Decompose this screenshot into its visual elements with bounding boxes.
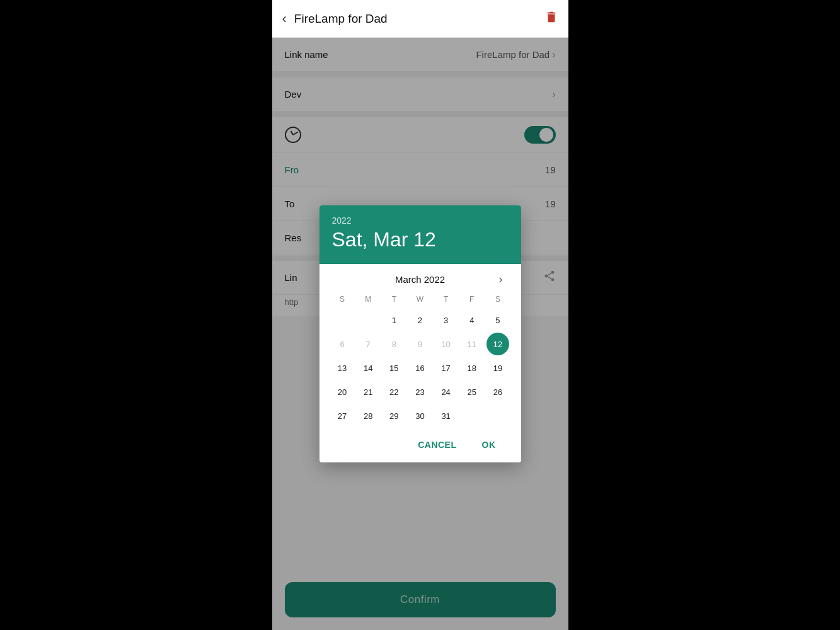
calendar-next-button[interactable]: › — [491, 270, 511, 290]
calendar-header: 2022 Sat, Mar 12 — [319, 205, 521, 264]
phone-screen: ‹ FireLamp for Dad Link name FireLamp fo… — [272, 0, 568, 630]
cal-day-23[interactable]: 23 — [408, 381, 431, 403]
cal-day-27[interactable]: 27 — [331, 404, 354, 427]
dialog-overlay: 2022 Sat, Mar 12 March 2022 › S M T W T — [272, 38, 568, 630]
calendar-month-nav: March 2022 › — [330, 269, 511, 292]
ok-button[interactable]: OK — [472, 435, 506, 455]
weekday-mon: M — [355, 292, 381, 306]
weekday-tue: T — [381, 292, 407, 306]
calendar-body: March 2022 › S M T W T F S — [319, 264, 521, 462]
cal-day-18[interactable]: 18 — [461, 357, 483, 379]
cal-day-28[interactable]: 28 — [357, 404, 379, 427]
cal-day-empty — [357, 309, 379, 331]
cal-day-11[interactable]: 11 — [461, 333, 483, 355]
calendar-month-label: March 2022 — [395, 274, 445, 285]
cal-day-3[interactable]: 3 — [435, 309, 457, 331]
cal-day-26[interactable]: 26 — [486, 381, 509, 403]
cal-day-29[interactable]: 29 — [383, 404, 405, 427]
cal-day-14[interactable]: 14 — [357, 357, 379, 379]
cal-day-17[interactable]: 17 — [435, 357, 457, 379]
cal-day-16[interactable]: 16 — [408, 357, 431, 379]
cal-day-31[interactable]: 31 — [435, 404, 457, 427]
cal-day-22[interactable]: 22 — [383, 381, 405, 403]
cal-day-30[interactable]: 30 — [408, 404, 431, 427]
cal-day-19[interactable]: 19 — [486, 357, 509, 379]
cal-day-13[interactable]: 13 — [331, 357, 354, 379]
calendar-actions: CANCEL OK — [330, 427, 511, 460]
cal-day-20[interactable]: 20 — [331, 381, 354, 403]
cal-day-2[interactable]: 2 — [408, 309, 431, 331]
back-button[interactable]: ‹ — [282, 11, 287, 27]
cal-day-4[interactable]: 4 — [461, 309, 483, 331]
delete-button[interactable] — [544, 10, 558, 27]
cal-day-10[interactable]: 10 — [435, 333, 457, 355]
cal-day-empty — [461, 404, 483, 427]
cal-day-25[interactable]: 25 — [461, 381, 483, 403]
cal-day-7[interactable]: 7 — [357, 333, 379, 355]
calendar-year: 2022 — [332, 215, 509, 226]
app-bar: ‹ FireLamp for Dad — [272, 0, 568, 38]
calendar-dialog: 2022 Sat, Mar 12 March 2022 › S M T W T — [319, 205, 521, 462]
calendar-days: 1 2 3 4 5 6 7 8 9 10 11 12 13 — [330, 309, 511, 427]
content-area: Link name FireLamp for Dad › Dev › — [272, 38, 568, 630]
app-bar-title: FireLamp for Dad — [294, 12, 544, 26]
cal-day-24[interactable]: 24 — [435, 381, 457, 403]
cal-day-9[interactable]: 9 — [408, 333, 431, 355]
cal-day-empty — [331, 309, 354, 331]
cal-day-5[interactable]: 5 — [486, 309, 509, 331]
calendar-selected-date: Sat, Mar 12 — [332, 228, 509, 251]
weekday-wed: W — [407, 292, 433, 306]
cal-day-1[interactable]: 1 — [383, 309, 405, 331]
weekday-fri: F — [459, 292, 485, 306]
calendar-weekdays: S M T W T F S — [330, 292, 511, 306]
weekday-thu: T — [433, 292, 459, 306]
weekday-sun: S — [330, 292, 355, 306]
cal-day-6[interactable]: 6 — [331, 333, 354, 355]
cal-day-8[interactable]: 8 — [383, 333, 405, 355]
cal-day-12[interactable]: 12 — [486, 333, 509, 355]
cal-day-21[interactable]: 21 — [357, 381, 379, 403]
cancel-button[interactable]: CANCEL — [408, 435, 466, 455]
cal-day-15[interactable]: 15 — [383, 357, 405, 379]
weekday-sat: S — [485, 292, 510, 306]
cal-day-empty — [486, 404, 509, 427]
